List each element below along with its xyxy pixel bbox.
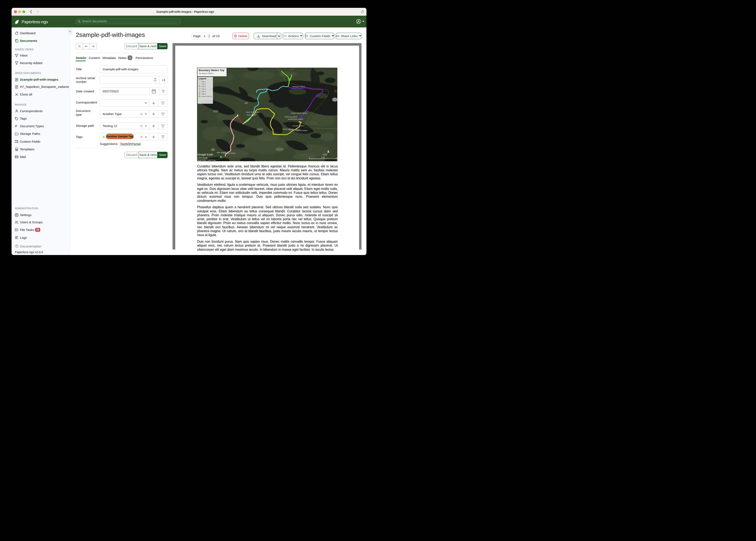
svg-text:Image © 2017 DigitalGlobe: Image © 2017 DigitalGlobe — [197, 159, 216, 161]
svg-text:Day 5: Day 5 — [202, 91, 206, 92]
svg-text:Google Earth: Google Earth — [197, 153, 213, 156]
svg-text:© 2017 Google: © 2017 Google — [197, 157, 208, 159]
svg-text:Boundary Waters Trip: Boundary Waters Trip — [199, 69, 224, 72]
svg-text:Day 6: Day 6 — [202, 93, 206, 95]
svg-text:Hausons Island: Hausons Island — [292, 86, 305, 88]
svg-text:N: N — [327, 153, 329, 157]
svg-text:Charlies Island: Charlies Island — [223, 152, 235, 154]
svg-text:Day 3: Day 3 — [202, 86, 206, 87]
svg-text:Gary Island: Gary Island — [247, 114, 256, 116]
svg-text:Day 1: Day 1 — [202, 81, 206, 83]
svg-text:Entry Point 24: Entry Point 24 — [202, 96, 212, 97]
svg-text:Legend: Legend — [199, 78, 206, 80]
svg-text:Day 4: Day 4 — [202, 88, 206, 90]
svg-text:Six days in BWCA: Six days in BWCA — [199, 72, 214, 74]
svg-text:Day 2: Day 2 — [202, 83, 206, 85]
svg-text:Indian Grave Island: Indian Grave Island — [291, 112, 307, 114]
svg-text:Washington Island: Washington Island — [288, 118, 303, 120]
svg-text:Half Dog Island: Half Dog Island — [285, 116, 297, 118]
svg-text:New York Island: New York Island — [246, 111, 260, 113]
svg-text:3 mi: 3 mi — [321, 156, 325, 158]
svg-text:Lincoln Island: Lincoln Island — [292, 125, 304, 127]
svg-text:Squirrel Island: Squirrel Island — [295, 130, 307, 132]
svg-text:Text: Text — [265, 124, 270, 127]
